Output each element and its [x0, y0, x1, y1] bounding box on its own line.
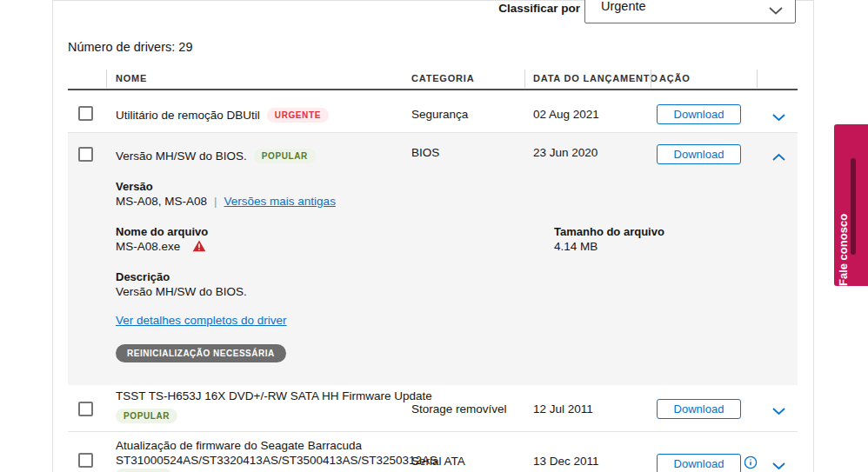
- text-divider: |: [214, 195, 217, 208]
- file-name-row: MS-A08.exe: [116, 240, 206, 255]
- version-value: MS-A08, MS-A08: [116, 195, 207, 208]
- header-divider: [757, 70, 758, 88]
- driver-date: 02 Aug 2021: [533, 108, 599, 121]
- urgent-badge: URGENTE: [267, 108, 329, 123]
- file-name-value: MS-A08.exe: [116, 240, 180, 253]
- chevron-down-icon[interactable]: [772, 458, 785, 472]
- driver-count: Número de drivers: 29: [68, 40, 192, 54]
- driver-name-line1: Atualização de firmware do Seagate Barra…: [116, 439, 362, 452]
- driver-name-text: Versão MH/SW do BIOS.: [116, 150, 247, 163]
- driver-category: BIOS: [411, 146, 439, 159]
- driver-category: Segurança: [411, 108, 468, 121]
- column-header-name: NOME: [116, 73, 147, 83]
- row-checkbox[interactable]: [78, 402, 93, 416]
- driver-name-line2: ST31000524AS/ST3320413AS/ST3500413AS/ST3…: [116, 454, 437, 467]
- row-checkbox[interactable]: [78, 453, 93, 468]
- download-button[interactable]: Download: [657, 104, 741, 124]
- driver-name: Utilitário de remoção DBUtilURGENTE: [116, 108, 329, 123]
- row-checkbox[interactable]: [78, 147, 93, 162]
- driver-date: 13 Dec 2011: [533, 455, 599, 468]
- chevron-down-icon[interactable]: [772, 403, 785, 419]
- driver-date: 23 Jun 2020: [533, 146, 598, 159]
- info-icon[interactable]: [744, 455, 758, 472]
- description-label: Descrição: [116, 270, 170, 283]
- row-separator: [68, 431, 798, 432]
- contact-tab-stripe: [851, 158, 856, 255]
- column-header-category: CATEGORIA: [411, 73, 474, 83]
- column-header-date: DATA DO LANÇAMENTO: [533, 73, 658, 83]
- header-divider: [524, 70, 525, 88]
- header-divider: [106, 70, 107, 88]
- sort-dropdown-value: Urgente: [601, 0, 646, 13]
- driver-name: TSST TS-H653J 16X DVD+/-RW SATA HH Firmw…: [116, 389, 432, 402]
- restart-required-badge: REINICIALIZAÇÃO NECESSÁRIA: [116, 344, 286, 362]
- version-row: MS-A08, MS-A08|Versões mais antigas: [116, 195, 336, 208]
- warning-icon: [192, 242, 206, 255]
- row-checkbox[interactable]: [78, 106, 93, 121]
- description-value: Versão MH/SW do BIOS.: [116, 285, 247, 298]
- column-header-action: AÇÃO: [659, 73, 691, 83]
- driver-name-text: Utilitário de remoção DBUtil: [116, 109, 260, 122]
- download-button[interactable]: Download: [657, 399, 741, 419]
- driver-category: Storage removível: [411, 402, 507, 415]
- chevron-down-icon: [769, 3, 783, 17]
- contact-us-tab[interactable]: Fale conosco: [834, 124, 868, 286]
- sort-dropdown[interactable]: Urgente: [584, 0, 796, 23]
- contact-us-label: Fale conosco: [837, 124, 850, 286]
- older-versions-link[interactable]: Versões mais antigas: [224, 195, 336, 208]
- version-label: Versão: [116, 180, 153, 193]
- file-name-label: Nome do arquivo: [116, 225, 208, 238]
- popular-badge: POPULAR: [254, 149, 316, 163]
- driver-category: Serial ATA: [411, 455, 465, 468]
- file-size-value: 4.14 MB: [554, 240, 598, 253]
- download-button[interactable]: Download: [657, 454, 741, 472]
- chevron-up-icon[interactable]: [772, 149, 785, 164]
- popular-badge-partial: [116, 469, 171, 472]
- full-details-link[interactable]: Ver detalhes completos do driver: [116, 314, 287, 327]
- popular-badge-row: POPULAR: [116, 408, 177, 423]
- chevron-down-icon[interactable]: [772, 110, 785, 125]
- sort-by-label: Classificar por: [487, 2, 580, 15]
- download-button[interactable]: Download: [657, 144, 741, 164]
- driver-name: Versão MH/SW do BIOS.POPULAR: [116, 149, 316, 163]
- popular-badge: POPULAR: [116, 409, 177, 423]
- header-divider: [651, 70, 651, 88]
- file-size-label: Tamanho do arquivo: [554, 225, 664, 238]
- header-rule: [68, 89, 798, 90]
- driver-date: 12 Jul 2011: [533, 402, 593, 415]
- drivers-page: Classificar por Urgente Número de driver…: [0, 0, 868, 472]
